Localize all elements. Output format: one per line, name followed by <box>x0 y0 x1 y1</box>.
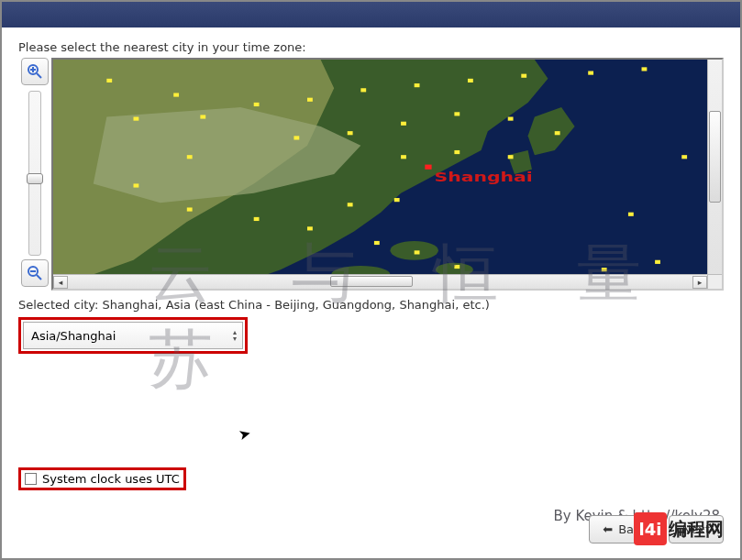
selected-city-text: Selected city: Shanghai, Asia (east Chin… <box>18 298 724 312</box>
titlebar <box>2 2 740 27</box>
footer-buttons: ⬅ Back Next <box>589 515 724 544</box>
svg-rect-34 <box>187 207 193 211</box>
zoom-controls <box>18 58 51 291</box>
prompt-text: Please select the nearest city in your t… <box>18 40 724 54</box>
scroll-corner <box>707 274 722 289</box>
svg-rect-35 <box>254 217 260 221</box>
map-h-scrollbar[interactable]: ◂ ▸ <box>53 274 707 289</box>
arrow-left-icon: ⬅ <box>603 522 613 536</box>
utc-highlight: System clock uses UTC <box>18 467 186 490</box>
svg-rect-26 <box>454 112 460 115</box>
svg-rect-28 <box>555 131 560 135</box>
map-h-scroll-thumb[interactable] <box>330 276 413 287</box>
svg-rect-38 <box>394 198 400 202</box>
svg-rect-18 <box>415 83 420 87</box>
dropdown-spinner-icon: ▴▾ <box>233 329 237 342</box>
svg-rect-45 <box>628 213 634 216</box>
svg-rect-33 <box>133 183 138 187</box>
map-v-scrollbar[interactable] <box>707 60 722 274</box>
cursor-icon: ➤ <box>237 424 253 445</box>
svg-rect-25 <box>401 122 406 126</box>
back-button[interactable]: ⬅ Back <box>589 515 660 544</box>
svg-rect-12 <box>173 93 179 96</box>
zoom-in-button[interactable] <box>21 58 49 85</box>
svg-rect-47 <box>425 165 431 170</box>
svg-rect-22 <box>642 67 648 71</box>
next-button[interactable]: Next <box>669 515 724 544</box>
zoom-out-icon <box>27 265 43 281</box>
svg-line-5 <box>37 275 41 280</box>
svg-rect-39 <box>374 241 380 245</box>
svg-rect-37 <box>348 203 353 206</box>
svg-rect-32 <box>187 155 193 159</box>
selected-city-map-label: Shanghai <box>435 170 533 184</box>
svg-rect-41 <box>454 265 460 269</box>
map-area: Shanghai ◂ ▸ <box>18 58 724 291</box>
svg-rect-46 <box>681 155 687 159</box>
utc-checkbox[interactable] <box>25 473 37 485</box>
svg-rect-36 <box>307 226 313 230</box>
svg-rect-21 <box>588 71 593 75</box>
scroll-left-icon[interactable]: ◂ <box>53 276 68 289</box>
timezone-select[interactable]: Asia/Shanghai ▴▾ <box>23 322 243 349</box>
svg-rect-15 <box>254 103 260 106</box>
timezone-selected-value: Asia/Shanghai <box>31 329 116 343</box>
svg-rect-13 <box>133 117 138 121</box>
svg-rect-16 <box>307 98 313 102</box>
scroll-right-icon[interactable]: ▸ <box>692 276 707 289</box>
svg-rect-24 <box>348 131 353 135</box>
svg-rect-20 <box>521 74 526 78</box>
timezone-highlight: Asia/Shanghai ▴▾ <box>18 317 248 354</box>
svg-rect-31 <box>508 155 514 159</box>
zoom-slider[interactable] <box>28 91 41 256</box>
svg-rect-30 <box>454 150 460 154</box>
svg-rect-44 <box>655 260 660 264</box>
svg-point-8 <box>390 241 437 260</box>
map-svg: Shanghai <box>53 60 722 289</box>
map-v-scroll-thumb[interactable] <box>709 111 721 203</box>
svg-rect-40 <box>415 250 420 254</box>
svg-rect-19 <box>468 79 473 82</box>
zoom-slider-thumb[interactable] <box>27 173 43 184</box>
back-button-label: Back <box>618 522 648 536</box>
next-button-label: Next <box>682 522 710 536</box>
svg-line-1 <box>37 73 41 78</box>
svg-rect-17 <box>360 88 366 92</box>
svg-rect-29 <box>401 155 406 159</box>
utc-label: System clock uses UTC <box>42 472 180 486</box>
svg-rect-27 <box>508 117 514 121</box>
svg-rect-14 <box>200 115 205 118</box>
zoom-in-icon <box>27 63 43 80</box>
timezone-map[interactable]: Shanghai ◂ ▸ <box>51 58 724 291</box>
svg-rect-43 <box>602 268 607 271</box>
svg-rect-23 <box>293 136 299 139</box>
svg-rect-11 <box>106 79 112 82</box>
zoom-out-button[interactable] <box>21 259 49 287</box>
